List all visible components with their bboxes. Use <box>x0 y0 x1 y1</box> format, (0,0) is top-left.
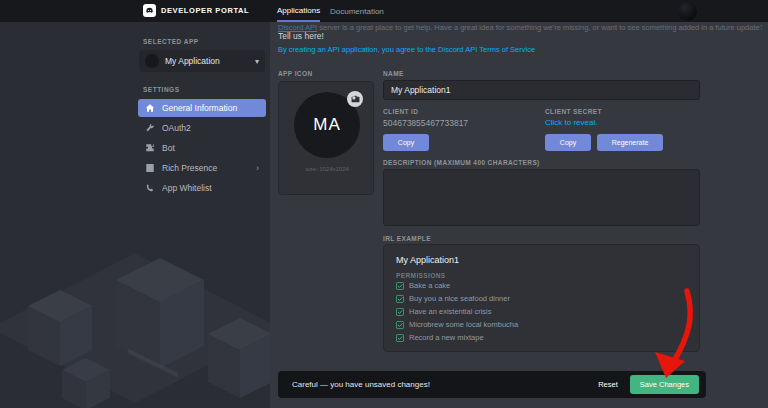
sidebar-item-label: App Whitelist <box>162 183 212 193</box>
brand-text: DEVELOPER PORTAL <box>161 6 249 15</box>
sidebar-item-app-whitelist[interactable]: App Whitelist <box>138 179 266 197</box>
reset-button[interactable]: Reset <box>598 380 618 389</box>
app-icon-label: APP ICON <box>278 70 313 77</box>
client-id-value: 504673855467733817 <box>383 118 468 128</box>
settings-label: SETTINGS <box>143 86 180 93</box>
save-changes-button[interactable]: Save Changes <box>630 375 699 394</box>
sidebar-item-general-information[interactable]: General Information <box>138 99 266 117</box>
sidebar-item-bot[interactable]: Bot <box>138 139 266 157</box>
irl-example-card: My Application1 PERMISSIONS Bake a cake … <box>383 244 700 352</box>
document-icon <box>145 163 155 173</box>
permission-item: Record a new mixtape <box>396 333 484 342</box>
icon-size-caption: size: 1024x1024 <box>279 166 375 172</box>
chevron-down-icon: ▾ <box>255 57 259 66</box>
isometric-background-art <box>0 198 270 408</box>
tab-applications[interactable]: Applications <box>277 0 320 22</box>
irl-example-label: IRL EXAMPLE <box>383 235 431 242</box>
app-icon-card: MA size: 1024x1024 <box>278 81 374 195</box>
irl-app-name: My Application1 <box>396 255 459 265</box>
app-icon-initials: MA <box>313 115 341 135</box>
sidebar-item-label: Rich Presence <box>162 163 217 173</box>
api-terms-link[interactable]: By creating an API application, you agre… <box>278 45 535 54</box>
checkbox-checked-icon <box>396 295 404 303</box>
sidebar: SELECTED APP My Application ▾ SETTINGS G… <box>0 22 270 408</box>
sidebar-item-rich-presence[interactable]: Rich Presence › <box>138 159 266 177</box>
app-selector-dropdown[interactable]: My Application ▾ <box>139 50 265 72</box>
user-avatar[interactable] <box>678 2 697 21</box>
selected-app-name: My Application <box>165 56 249 66</box>
permission-item: Buy you a nice seafood dinner <box>396 294 510 303</box>
description-textarea[interactable] <box>383 169 700 226</box>
checkbox-checked-icon <box>396 282 404 290</box>
app-mini-avatar <box>145 54 159 68</box>
sidebar-item-label: General Information <box>162 103 237 113</box>
checkbox-checked-icon <box>396 308 404 316</box>
app-icon-upload[interactable]: MA <box>294 92 360 158</box>
permission-item: Microbrew some local kombucha <box>396 320 518 329</box>
wrench-icon <box>145 123 155 133</box>
chevron-right-icon: › <box>256 163 259 173</box>
tell-us-here-link[interactable]: Tell us here! <box>278 31 324 41</box>
copy-client-id-button[interactable]: Copy <box>383 134 429 151</box>
camera-icon[interactable] <box>347 91 363 107</box>
selected-app-label: SELECTED APP <box>143 38 199 45</box>
sidebar-item-label: Bot <box>162 143 175 153</box>
app-name-input[interactable] <box>383 80 700 100</box>
permission-item: Bake a cake <box>396 281 450 290</box>
click-to-reveal-link[interactable]: Click to reveal. <box>545 118 597 127</box>
permission-item: Have an existential crisis <box>396 307 492 316</box>
home-icon <box>145 103 155 113</box>
discord-logo-icon <box>143 4 156 17</box>
regenerate-button[interactable]: Regenerate <box>597 134 663 151</box>
bot-icon <box>145 143 155 153</box>
tab-documentation[interactable]: Documentation <box>330 0 384 22</box>
checkbox-checked-icon <box>396 334 404 342</box>
unsaved-changes-bar: Careful — you have unsaved changes! Rese… <box>278 371 706 398</box>
top-header: DEVELOPER PORTAL Applications Documentat… <box>0 0 768 22</box>
client-secret-label: CLIENT SECRET <box>545 108 602 115</box>
name-label: NAME <box>383 70 404 77</box>
main-content: Discord API server is a great place to g… <box>270 22 768 408</box>
sidebar-item-label: OAuth2 <box>162 123 191 133</box>
phone-icon <box>145 183 155 193</box>
intro-paragraph-clipped: Discord API server is a great place to g… <box>278 23 762 32</box>
client-id-label: CLIENT ID <box>383 108 418 115</box>
unsaved-warning-text: Careful — you have unsaved changes! <box>292 380 598 389</box>
copy-client-secret-button[interactable]: Copy <box>545 134 591 151</box>
checkbox-checked-icon <box>396 321 404 329</box>
sidebar-item-oauth2[interactable]: OAuth2 <box>138 119 266 137</box>
permissions-label: PERMISSIONS <box>396 272 446 279</box>
description-label: DESCRIPTION (MAXIMUM 400 CHARACTERS) <box>383 159 540 166</box>
developer-portal-brand[interactable]: DEVELOPER PORTAL <box>143 4 249 17</box>
